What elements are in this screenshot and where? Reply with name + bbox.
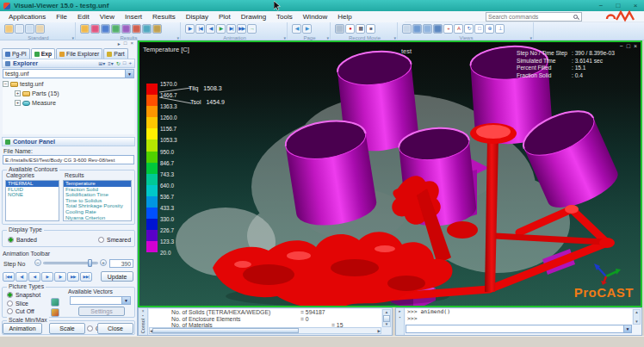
rotate-view-icon[interactable]: ↻ [464, 24, 474, 34]
maximize-button[interactable]: □ [613, 2, 623, 9]
panel-tab[interactable]: Part [103, 48, 127, 59]
contour-icon[interactable] [90, 24, 100, 34]
tree-node-measure[interactable]: + Measure [3, 98, 134, 108]
tree-node-parts[interactable]: + Parts (15) [3, 89, 134, 98]
view-top-icon[interactable] [433, 24, 443, 34]
camera-icon[interactable] [335, 24, 344, 34]
cutoff-icon[interactable] [51, 308, 59, 317]
playback-button[interactable]: ◀| [15, 272, 28, 282]
pause-icon[interactable]: ▮▮ [356, 24, 365, 34]
vector-icon[interactable] [101, 24, 110, 34]
open-icon[interactable] [4, 24, 14, 34]
menu-item[interactable]: Insert [120, 13, 147, 21]
menu-item[interactable]: View [95, 13, 120, 21]
menu-item[interactable]: Help [332, 13, 356, 21]
last-frame-icon[interactable]: ▶▶ [237, 24, 246, 34]
cut-plane-icon[interactable] [121, 24, 131, 34]
chevron-down-icon[interactable]: ▼ [121, 297, 130, 304]
playback-button[interactable]: |◀◀ [3, 272, 15, 282]
grid-icon[interactable]: ▪ [399, 315, 401, 319]
scale-button[interactable]: Scale [49, 323, 85, 334]
menu-item[interactable]: Plot [214, 13, 236, 21]
result-item[interactable]: Fraction Solid [64, 187, 131, 193]
playback-button[interactable]: ▶▶| [80, 272, 92, 282]
console-output[interactable]: No. of Solids (TETRA/HEXA/WEDGE)= 594187… [149, 309, 381, 327]
stop-icon[interactable]: ■ [366, 24, 375, 34]
file-name-input[interactable]: E:/Installs/ESI/Test/Body CG 3-600 Rev-0… [3, 155, 134, 164]
menu-item[interactable]: Display [181, 13, 214, 21]
scroll-right-icon[interactable]: ▶ [378, 329, 381, 333]
result-item[interactable]: Temperature [64, 181, 131, 187]
viewport-3d[interactable]: test −□× Temperature [C] 1570.01466.7136… [138, 40, 642, 307]
menu-item[interactable]: Applications [3, 13, 51, 21]
axis-triad-icon[interactable]: + [443, 24, 453, 34]
new-window-icon[interactable]: □ [123, 60, 127, 66]
expand-icon[interactable]: + [15, 90, 21, 96]
menu-item[interactable]: File [51, 13, 72, 21]
anchor-icon[interactable]: ⊥ [495, 24, 505, 34]
scroll-thumb[interactable] [383, 315, 390, 322]
viewport-window-button[interactable]: − [620, 43, 623, 49]
view-front-icon[interactable] [423, 24, 432, 34]
float-icon[interactable]: □ [124, 40, 127, 46]
search-input[interactable] [488, 14, 573, 20]
picture-type-radio[interactable]: Slice [7, 301, 40, 307]
playback-button[interactable]: ▶ [41, 272, 53, 282]
result-item[interactable]: Cooling Rate [64, 209, 131, 215]
menu-item[interactable]: Edit [72, 13, 95, 21]
viewport-window-button[interactable]: × [634, 43, 637, 49]
animation-button[interactable]: Animation [3, 323, 42, 334]
prev-frame-icon[interactable]: ◀ [206, 24, 215, 34]
category-item[interactable]: FLUID [6, 187, 59, 193]
category-item[interactable]: NONE [6, 192, 59, 198]
console-vscrollbar[interactable]: ▲▼ [382, 309, 391, 327]
animation-panel-icon[interactable]: ▶ [185, 24, 195, 34]
panel-tab[interactable]: File Explorer [56, 48, 102, 59]
pin-icon[interactable]: ▸ [118, 40, 121, 46]
tree-node-root[interactable]: − testg.unf [3, 79, 134, 89]
scroll-up-icon[interactable]: ▲ [635, 310, 638, 314]
panel-tab[interactable]: Pg-Pl [2, 48, 30, 59]
category-item[interactable]: THERMAL [6, 181, 59, 187]
menu-item[interactable]: Drawing [236, 13, 271, 21]
fit-view-icon[interactable]: ⊕ [485, 24, 494, 34]
playback-button[interactable]: ▶▶ [67, 272, 79, 282]
collapse-icon[interactable]: − [3, 81, 9, 87]
sort-icon[interactable]: ≡▾ [108, 60, 114, 66]
filter-icon[interactable]: ⊞▾ [98, 60, 105, 66]
prev-page-icon[interactable]: ◀ [292, 24, 301, 34]
slice-icon[interactable] [51, 298, 59, 307]
refresh-icon[interactable]: ↻ [116, 60, 121, 66]
display-type-radio[interactable]: Smeared [98, 237, 131, 243]
scroll-thumb[interactable] [152, 328, 299, 333]
status-icon[interactable] [142, 24, 152, 34]
playback-button[interactable]: ◀ [28, 272, 40, 282]
panel-tab[interactable]: Exp [31, 48, 55, 59]
chevron-down-icon[interactable]: ▼ [623, 325, 631, 332]
result-options-icon[interactable] [152, 24, 162, 34]
next-page-icon[interactable]: ▶ [302, 24, 312, 34]
update-button[interactable]: Update [101, 271, 133, 282]
export-anim-icon[interactable]: → [247, 24, 257, 34]
open-results-icon[interactable] [80, 24, 90, 34]
result-item[interactable]: Solidification Time [64, 192, 131, 198]
playback-button[interactable]: |▶ [54, 272, 66, 282]
command-input[interactable]: ▼ [406, 325, 632, 333]
first-frame-icon[interactable]: |◀ [195, 24, 205, 34]
search-icon[interactable] [573, 15, 578, 19]
page-setup-icon[interactable] [402, 24, 412, 34]
result-item[interactable]: Niyama Criterion [64, 215, 131, 221]
command-history[interactable]: >>> animend()>>> [406, 309, 632, 325]
menu-item[interactable]: Window [298, 13, 332, 21]
play-icon[interactable]: ▶ [216, 24, 226, 34]
step-minus-button[interactable]: − [34, 259, 41, 266]
record-icon[interactable]: ● [345, 24, 355, 34]
command-scrollbar[interactable]: ▲▼ [633, 309, 641, 325]
copy-icon[interactable] [25, 24, 34, 34]
menu-item[interactable]: Results [147, 13, 181, 21]
menu-item[interactable]: Tools [271, 13, 298, 21]
result-item[interactable]: Total Shrinkage Porosity [64, 203, 131, 209]
step-slider-handle[interactable] [88, 259, 92, 267]
panel-close-icon[interactable]: × [130, 40, 133, 46]
display-type-radio[interactable]: Banded [8, 237, 37, 243]
